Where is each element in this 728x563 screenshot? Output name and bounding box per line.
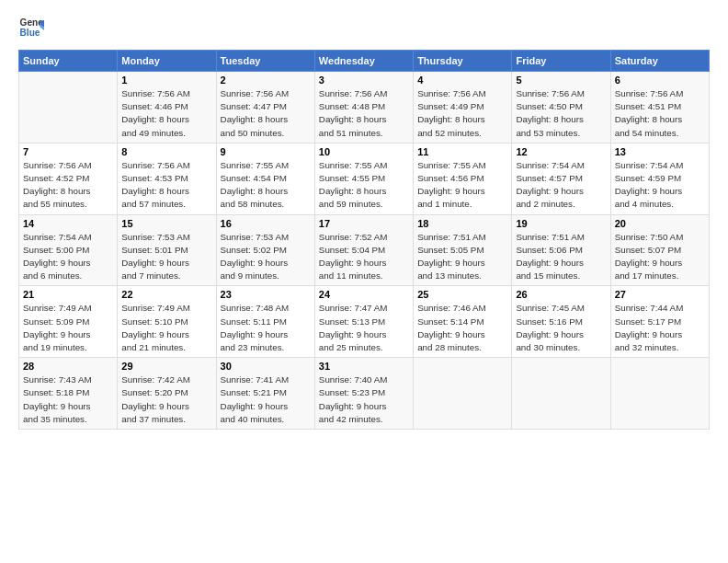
calendar-cell: 18Sunrise: 7:51 AM Sunset: 5:05 PM Dayli… — [414, 214, 512, 286]
day-number: 23 — [221, 289, 311, 300]
col-header-friday: Friday — [512, 51, 610, 72]
calendar-cell: 11Sunrise: 7:55 AM Sunset: 4:56 PM Dayli… — [414, 143, 512, 214]
day-info: Sunrise: 7:55 AM Sunset: 4:56 PM Dayligh… — [417, 159, 507, 212]
day-number: 1 — [121, 75, 211, 86]
calendar-cell: 27Sunrise: 7:44 AM Sunset: 5:17 PM Dayli… — [610, 286, 709, 358]
day-info: Sunrise: 7:51 AM Sunset: 5:06 PM Dayligh… — [516, 231, 606, 283]
col-header-monday: Monday — [118, 51, 216, 72]
calendar-cell: 21Sunrise: 7:49 AM Sunset: 5:09 PM Dayli… — [19, 286, 118, 358]
day-info: Sunrise: 7:46 AM Sunset: 5:14 PM Dayligh… — [417, 302, 507, 354]
day-info: Sunrise: 7:54 AM Sunset: 4:57 PM Dayligh… — [516, 159, 606, 212]
day-info: Sunrise: 7:56 AM Sunset: 4:53 PM Dayligh… — [121, 159, 211, 212]
day-number: 27 — [615, 289, 705, 300]
day-info: Sunrise: 7:40 AM Sunset: 5:23 PM Dayligh… — [319, 373, 409, 426]
day-number: 14 — [23, 218, 113, 229]
header: General Blue — [18, 15, 710, 40]
day-number: 13 — [615, 146, 705, 157]
day-info: Sunrise: 7:56 AM Sunset: 4:50 PM Dayligh… — [516, 87, 606, 140]
calendar-cell: 14Sunrise: 7:54 AM Sunset: 5:00 PM Dayli… — [19, 214, 118, 286]
col-header-tuesday: Tuesday — [216, 51, 314, 72]
day-number: 31 — [319, 361, 409, 372]
calendar-cell: 2Sunrise: 7:56 AM Sunset: 4:47 PM Daylig… — [216, 72, 314, 144]
day-number: 16 — [221, 218, 311, 229]
day-info: Sunrise: 7:56 AM Sunset: 4:48 PM Dayligh… — [319, 87, 409, 140]
calendar-cell — [414, 358, 512, 430]
day-info: Sunrise: 7:52 AM Sunset: 5:04 PM Dayligh… — [319, 231, 409, 283]
day-number: 6 — [615, 75, 705, 86]
calendar-cell: 24Sunrise: 7:47 AM Sunset: 5:13 PM Dayli… — [314, 286, 413, 358]
day-number: 17 — [319, 218, 409, 229]
col-header-wednesday: Wednesday — [314, 51, 413, 72]
calendar-week-row: 7Sunrise: 7:56 AM Sunset: 4:52 PM Daylig… — [19, 143, 710, 214]
calendar-cell: 17Sunrise: 7:52 AM Sunset: 5:04 PM Dayli… — [314, 214, 413, 286]
calendar-week-row: 14Sunrise: 7:54 AM Sunset: 5:00 PM Dayli… — [19, 214, 710, 286]
calendar-cell: 12Sunrise: 7:54 AM Sunset: 4:57 PM Dayli… — [512, 143, 610, 214]
calendar-cell: 10Sunrise: 7:55 AM Sunset: 4:55 PM Dayli… — [314, 143, 413, 214]
day-number: 29 — [121, 361, 211, 372]
day-info: Sunrise: 7:42 AM Sunset: 5:20 PM Dayligh… — [121, 373, 211, 426]
day-info: Sunrise: 7:54 AM Sunset: 5:00 PM Dayligh… — [23, 231, 113, 283]
day-number: 18 — [417, 218, 507, 229]
calendar-cell: 15Sunrise: 7:53 AM Sunset: 5:01 PM Dayli… — [118, 214, 216, 286]
day-number: 11 — [417, 146, 507, 157]
calendar-cell: 8Sunrise: 7:56 AM Sunset: 4:53 PM Daylig… — [118, 143, 216, 214]
day-info: Sunrise: 7:47 AM Sunset: 5:13 PM Dayligh… — [319, 302, 409, 354]
day-info: Sunrise: 7:53 AM Sunset: 5:01 PM Dayligh… — [121, 231, 211, 283]
calendar-cell — [19, 72, 118, 144]
calendar-cell — [512, 358, 610, 430]
calendar-cell: 6Sunrise: 7:56 AM Sunset: 4:51 PM Daylig… — [610, 72, 709, 144]
day-info: Sunrise: 7:48 AM Sunset: 5:11 PM Dayligh… — [221, 302, 311, 354]
day-info: Sunrise: 7:53 AM Sunset: 5:02 PM Dayligh… — [221, 231, 311, 283]
calendar-cell: 1Sunrise: 7:56 AM Sunset: 4:46 PM Daylig… — [118, 72, 216, 144]
day-info: Sunrise: 7:44 AM Sunset: 5:17 PM Dayligh… — [615, 302, 705, 354]
day-info: Sunrise: 7:55 AM Sunset: 4:55 PM Dayligh… — [319, 159, 409, 212]
day-info: Sunrise: 7:43 AM Sunset: 5:18 PM Dayligh… — [23, 373, 113, 426]
day-info: Sunrise: 7:41 AM Sunset: 5:21 PM Dayligh… — [221, 373, 311, 426]
calendar-cell: 25Sunrise: 7:46 AM Sunset: 5:14 PM Dayli… — [414, 286, 512, 358]
calendar-cell: 5Sunrise: 7:56 AM Sunset: 4:50 PM Daylig… — [512, 72, 610, 144]
day-info: Sunrise: 7:56 AM Sunset: 4:46 PM Dayligh… — [121, 87, 211, 140]
calendar-cell: 16Sunrise: 7:53 AM Sunset: 5:02 PM Dayli… — [216, 214, 314, 286]
day-info: Sunrise: 7:49 AM Sunset: 5:09 PM Dayligh… — [23, 302, 113, 354]
day-number: 3 — [319, 75, 409, 86]
day-info: Sunrise: 7:45 AM Sunset: 5:16 PM Dayligh… — [516, 302, 606, 354]
calendar-cell: 20Sunrise: 7:50 AM Sunset: 5:07 PM Dayli… — [610, 214, 709, 286]
calendar-week-row: 21Sunrise: 7:49 AM Sunset: 5:09 PM Dayli… — [19, 286, 710, 358]
day-number: 19 — [516, 218, 606, 229]
day-number: 30 — [221, 361, 311, 372]
day-info: Sunrise: 7:49 AM Sunset: 5:10 PM Dayligh… — [121, 302, 211, 354]
day-number: 12 — [516, 146, 606, 157]
day-info: Sunrise: 7:56 AM Sunset: 4:51 PM Dayligh… — [615, 87, 705, 140]
calendar-cell: 3Sunrise: 7:56 AM Sunset: 4:48 PM Daylig… — [314, 72, 413, 144]
svg-text:Blue: Blue — [20, 28, 40, 38]
calendar-cell: 30Sunrise: 7:41 AM Sunset: 5:21 PM Dayli… — [216, 358, 314, 430]
calendar-cell: 4Sunrise: 7:56 AM Sunset: 4:49 PM Daylig… — [414, 72, 512, 144]
calendar-page: General Blue SundayMondayTuesdayWednesda… — [0, 0, 728, 563]
calendar-header-row: SundayMondayTuesdayWednesdayThursdayFrid… — [19, 51, 710, 72]
day-number: 25 — [417, 289, 507, 300]
day-number: 4 — [417, 75, 507, 86]
logo-icon: General Blue — [18, 15, 44, 40]
calendar-cell: 23Sunrise: 7:48 AM Sunset: 5:11 PM Dayli… — [216, 286, 314, 358]
col-header-thursday: Thursday — [414, 51, 512, 72]
day-number: 2 — [221, 75, 311, 86]
calendar-cell — [610, 358, 709, 430]
day-number: 9 — [221, 146, 311, 157]
calendar-cell: 31Sunrise: 7:40 AM Sunset: 5:23 PM Dayli… — [314, 358, 413, 430]
day-info: Sunrise: 7:54 AM Sunset: 4:59 PM Dayligh… — [615, 159, 705, 212]
logo: General Blue — [18, 15, 44, 40]
day-info: Sunrise: 7:56 AM Sunset: 4:47 PM Dayligh… — [221, 87, 311, 140]
day-number: 5 — [516, 75, 606, 86]
calendar-cell: 22Sunrise: 7:49 AM Sunset: 5:10 PM Dayli… — [118, 286, 216, 358]
day-number: 7 — [23, 146, 113, 157]
day-number: 8 — [121, 146, 211, 157]
day-info: Sunrise: 7:56 AM Sunset: 4:52 PM Dayligh… — [23, 159, 113, 212]
col-header-sunday: Sunday — [19, 51, 118, 72]
col-header-saturday: Saturday — [610, 51, 709, 72]
day-info: Sunrise: 7:51 AM Sunset: 5:05 PM Dayligh… — [417, 231, 507, 283]
day-info: Sunrise: 7:56 AM Sunset: 4:49 PM Dayligh… — [417, 87, 507, 140]
day-number: 20 — [615, 218, 705, 229]
day-number: 10 — [319, 146, 409, 157]
calendar-week-row: 1Sunrise: 7:56 AM Sunset: 4:46 PM Daylig… — [19, 72, 710, 144]
day-number: 24 — [319, 289, 409, 300]
